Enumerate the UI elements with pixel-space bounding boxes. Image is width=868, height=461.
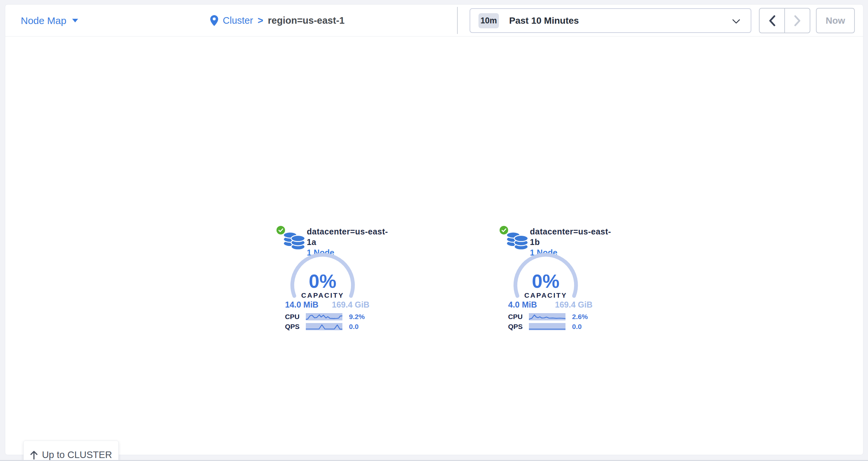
qps-label: QPS	[494, 323, 523, 331]
chevron-down-icon	[732, 19, 740, 24]
node-map-canvas: datacenter=us-east-1a 1 Node 0% CAPACITY…	[5, 37, 863, 455]
qps-sparkline	[306, 323, 342, 330]
qps-value: 0.0	[349, 323, 359, 331]
capacity-gauge: 0% CAPACITY	[286, 249, 359, 321]
qps-label: QPS	[271, 323, 300, 331]
chevron-right-icon	[794, 15, 801, 26]
locality-name: datacenter=us-east-1a	[307, 226, 396, 247]
breadcrumb-cluster-link[interactable]: Cluster	[223, 15, 253, 26]
header-divider	[457, 7, 458, 34]
locality-name: datacenter=us-east-1b	[530, 226, 619, 247]
time-window-label: Past 10 Minutes	[509, 15, 579, 26]
cpu-value: 2.6%	[572, 313, 588, 321]
qps-value: 0.0	[572, 323, 582, 331]
cpu-sparkline	[529, 313, 565, 320]
page-header: Node Map Cluster > region=us-east-1 10m …	[5, 5, 863, 37]
view-selector-dropdown[interactable]: Node Map	[21, 5, 78, 37]
now-button[interactable]: Now	[816, 8, 855, 33]
capacity-caption: CAPACITY	[524, 291, 567, 299]
cpu-label: CPU	[494, 313, 523, 321]
time-prev-button[interactable]	[760, 8, 785, 33]
capacity-total: 169.4 GiB	[332, 300, 369, 309]
capacity-percent: 0%	[309, 272, 337, 291]
locality-card-us-east-1b[interactable]: datacenter=us-east-1b 1 Node 0% CAPACITY…	[494, 223, 619, 337]
time-nav-arrows	[759, 8, 810, 33]
breadcrumb-separator: >	[258, 15, 263, 26]
capacity-total: 169.4 GiB	[555, 300, 592, 309]
capacity-used: 14.0 MiB	[285, 300, 318, 309]
up-to-cluster-button[interactable]: Up to CLUSTER	[23, 440, 119, 461]
cpu-metric-row: CPU 9.2%	[271, 313, 365, 321]
chevron-left-icon	[769, 15, 776, 26]
qps-metric-row: QPS 0.0	[271, 323, 359, 331]
cpu-sparkline	[306, 313, 342, 320]
capacity-percent: 0%	[532, 272, 560, 291]
up-to-cluster-label: Up to CLUSTER	[42, 450, 112, 460]
node-map-panel: Node Map Cluster > region=us-east-1 10m …	[5, 4, 863, 455]
time-next-button[interactable]	[785, 8, 810, 33]
locality-card-us-east-1a[interactable]: datacenter=us-east-1a 1 Node 0% CAPACITY…	[271, 223, 396, 337]
capacity-values-row: 14.0 MiB 169.4 GiB	[285, 300, 369, 309]
time-window-badge: 10m	[478, 13, 499, 28]
time-window-dropdown[interactable]: 10m Past 10 Minutes	[470, 8, 751, 33]
qps-metric-row: QPS 0.0	[494, 323, 582, 331]
view-selector-label: Node Map	[21, 15, 66, 26]
caret-down-icon	[72, 19, 78, 22]
cpu-metric-row: CPU 2.6%	[494, 313, 588, 321]
capacity-caption: CAPACITY	[301, 291, 344, 299]
capacity-values-row: 4.0 MiB 169.4 GiB	[508, 300, 592, 309]
capacity-used: 4.0 MiB	[508, 300, 537, 309]
breadcrumb: Cluster > region=us-east-1	[210, 5, 345, 37]
cpu-value: 9.2%	[349, 313, 365, 321]
arrow-up-icon	[30, 451, 38, 460]
qps-sparkline	[529, 323, 565, 330]
breadcrumb-current: region=us-east-1	[268, 15, 345, 26]
location-pin-icon	[210, 15, 218, 26]
cpu-label: CPU	[271, 313, 300, 321]
capacity-gauge: 0% CAPACITY	[509, 249, 582, 321]
